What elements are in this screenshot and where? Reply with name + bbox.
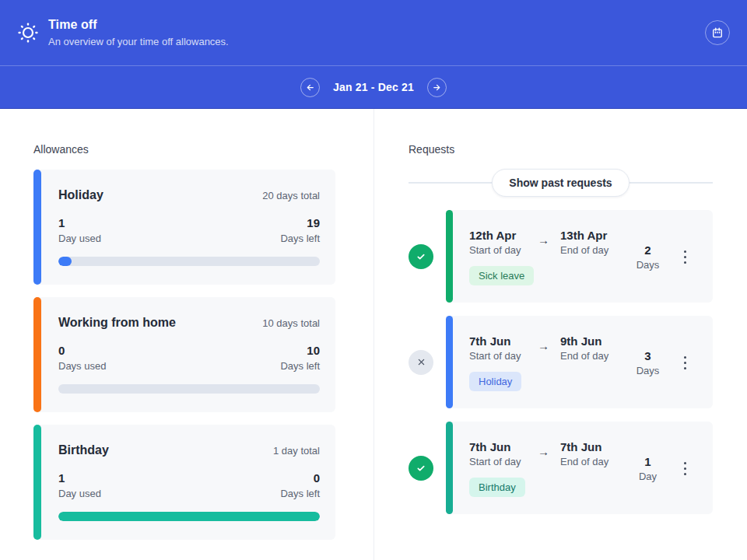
request-menu-button[interactable] [681, 457, 690, 481]
request-accent-bar [446, 210, 453, 303]
duration-label: Days [633, 365, 664, 376]
allowance-progress-track [58, 512, 320, 521]
days-used-label: Day used [58, 233, 101, 244]
request-row: 12th Apr Start of day → 13th Apr End of … [409, 210, 713, 303]
request-accent-bar [446, 316, 453, 408]
days-left-value: 19 [307, 216, 320, 229]
allowance-accent-bar [33, 297, 41, 412]
days-used-label: Days used [58, 360, 106, 372]
request-card: 12th Apr Start of day → 13th Apr End of … [446, 210, 713, 303]
end-time-label: End of day [560, 350, 627, 362]
column-divider [374, 109, 374, 560]
allowance-progress-fill [58, 257, 72, 266]
end-date: 9th Jun [560, 334, 627, 348]
duration-value: 1 [633, 455, 664, 468]
allowance-progress-track [58, 384, 320, 394]
allowance-progress-track [58, 257, 320, 266]
arrow-right-icon: → [538, 233, 549, 247]
allowance-accent-bar [33, 425, 41, 540]
allowance-name: Holiday [58, 188, 103, 202]
arrow-right-icon [431, 82, 443, 93]
request-row: 7th Jun Start of day → 9th Jun End of da… [409, 316, 713, 408]
request-type-tag: Sick leave [469, 266, 534, 285]
duration-value: 3 [633, 349, 664, 362]
days-left-label: Days left [280, 360, 320, 372]
arrow-right-icon: → [538, 445, 549, 458]
prev-period-button[interactable] [300, 78, 320, 97]
request-status-declined-icon [409, 350, 433, 375]
allowance-total: 1 day total [273, 445, 320, 457]
duration-label: Days [633, 259, 664, 271]
start-time-label: Start of day [469, 350, 536, 362]
request-accent-bar [446, 422, 453, 514]
date-navigation: Jan 21 - Dec 21 [0, 65, 747, 109]
days-left-label: Days left [280, 488, 320, 499]
start-date: 7th Jun [469, 440, 536, 453]
check-icon [415, 250, 427, 263]
allowance-card-birthday: Birthday 1 day total 1 0 Day used Days l… [33, 425, 335, 540]
x-icon [416, 356, 427, 368]
start-date: 7th Jun [469, 334, 536, 348]
date-range-label: Jan 21 - Dec 21 [333, 81, 414, 93]
allowance-name: Working from home [58, 316, 176, 330]
end-date: 13th Apr [560, 229, 627, 242]
duration-label: Day [633, 471, 664, 482]
request-status-approved-icon [409, 456, 433, 481]
time-off-app: Time off An overview of your time off al… [0, 0, 747, 560]
request-card: 7th Jun Start of day → 9th Jun End of da… [446, 316, 713, 408]
days-used-value: 0 [58, 344, 65, 357]
header-text: Time off An overview of your time off al… [48, 18, 229, 47]
request-card: 7th Jun Start of day → 7th Jun End of da… [446, 422, 713, 514]
show-past-requests-button[interactable]: Show past requests [492, 169, 629, 197]
calendar-button[interactable] [705, 20, 730, 45]
check-icon [415, 462, 427, 474]
end-time-label: End of day [560, 244, 627, 256]
end-time-label: End of day [560, 456, 627, 467]
start-time-label: Start of day [469, 244, 536, 256]
page-title: Time off [48, 18, 229, 32]
page-subtitle: An overview of your time off allowances. [48, 36, 229, 47]
days-left-value: 0 [314, 471, 320, 485]
allowance-total: 20 days total [262, 190, 320, 201]
show-past-requests-row: Show past requests [409, 168, 713, 197]
next-period-button[interactable] [427, 78, 447, 97]
requests-section: Requests Show past requests [409, 109, 713, 514]
request-status-approved-icon [409, 244, 433, 269]
app-header: Time off An overview of your time off al… [0, 0, 747, 65]
arrow-right-icon: → [538, 339, 549, 352]
allowance-progress-fill [58, 512, 320, 521]
allowances-section: Allowances Holiday 20 days total 1 19 Da… [33, 109, 335, 540]
request-menu-button[interactable] [681, 352, 690, 375]
allowance-accent-bar [33, 170, 41, 285]
allowance-card-working-from-home: Working from home 10 days total 0 10 Day… [33, 297, 335, 412]
days-left-value: 10 [307, 344, 320, 357]
calendar-icon [710, 26, 724, 40]
request-duration: 1 Day [633, 455, 664, 482]
main-content: Allowances Holiday 20 days total 1 19 Da… [0, 109, 747, 560]
request-duration: 3 Days [633, 349, 664, 376]
days-used-value: 1 [58, 471, 65, 485]
section-title-requests: Requests [409, 143, 713, 156]
end-date: 7th Jun [560, 440, 627, 453]
allowance-name: Birthday [58, 443, 109, 457]
duration-value: 2 [633, 243, 664, 257]
request-type-tag: Birthday [469, 478, 525, 497]
start-date: 12th Apr [469, 229, 536, 242]
request-menu-button[interactable] [681, 246, 690, 269]
request-row: 7th Jun Start of day → 7th Jun End of da… [409, 422, 713, 514]
section-title-allowances: Allowances [33, 143, 335, 156]
arrow-left-icon [304, 82, 316, 93]
days-used-value: 1 [58, 216, 65, 229]
days-used-label: Day used [58, 488, 101, 499]
request-type-tag: Holiday [469, 372, 521, 391]
request-duration: 2 Days [633, 243, 664, 271]
days-left-label: Days left [280, 233, 320, 244]
allowance-total: 10 days total [262, 317, 320, 329]
allowance-card-holiday: Holiday 20 days total 1 19 Day used Days… [33, 170, 335, 285]
sun-icon [16, 20, 40, 45]
start-time-label: Start of day [469, 456, 536, 467]
